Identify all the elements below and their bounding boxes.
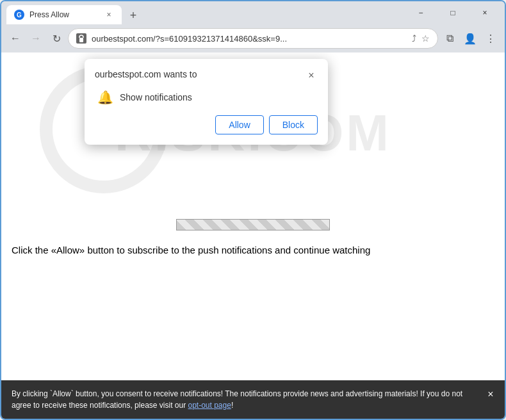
bookmark-icon[interactable]: ☆ [421,33,430,44]
security-icon [76,33,86,44]
url-text: ourbestspot.com/?s=610919321371414860&ss… [92,34,407,44]
back-button[interactable]: ← [6,29,24,47]
title-bar: G Press Allow × + − □ × [1,1,505,24]
close-window-button[interactable]: × [470,3,500,23]
notification-label: Show notifications [120,92,192,102]
address-bar-actions: ⤴ ☆ [412,33,430,44]
main-text: Click the «Allow» button to subscribe to… [1,239,505,261]
navigation-bar: ← → ↻ ourbestspot.com/?s=610919321371414… [1,24,505,52]
active-tab[interactable]: G Press Allow × [6,5,122,24]
bottom-banner: By clicking `Allow` button, you consent … [1,380,505,419]
opt-out-link[interactable]: opt-out page [188,401,231,410]
block-button[interactable]: Block [269,115,318,134]
address-bar[interactable]: ourbestspot.com/?s=610919321371414860&ss… [68,28,438,49]
maximize-button[interactable]: □ [438,3,468,23]
split-view-button[interactable]: ⧉ [441,29,459,47]
bell-icon: 🔔 [97,90,113,105]
banner-text: By clicking `Allow` button, you consent … [12,389,462,410]
tab-close-button[interactable]: × [104,10,114,20]
popup-close-button[interactable]: × [305,69,318,82]
minimize-button[interactable]: − [406,3,436,23]
menu-button[interactable]: ⋮ [482,29,500,47]
tab-bar: G Press Allow × + [6,1,401,24]
notification-popup: ourbestspot.com wants to × 🔔 Show notifi… [85,59,328,145]
content-area: RISK.COM Click the «Allow» button to sub… [1,52,505,380]
tab-favicon: G [14,10,24,20]
svg-rect-0 [79,38,83,42]
popup-header: ourbestspot.com wants to × [95,69,318,82]
progress-bar [176,219,330,230]
allow-button[interactable]: Allow [215,115,263,134]
popup-notification-row: 🔔 Show notifications [95,90,318,105]
window-controls: − □ × [406,3,500,23]
browser-window: G Press Allow × + − □ × ← → ↻ ourbestspo… [0,0,506,420]
profile-button[interactable]: 👤 [461,29,479,47]
forward-button[interactable]: → [27,29,45,47]
new-tab-button[interactable]: + [124,6,142,24]
tab-title: Press Allow [29,10,69,19]
share-icon[interactable]: ⤴ [412,33,416,44]
banner-close-button[interactable]: × [483,387,498,402]
main-instruction: Click the «Allow» button to subscribe to… [12,245,370,255]
reload-button[interactable]: ↻ [47,29,65,47]
popup-title: ourbestspot.com wants to [95,69,197,79]
popup-buttons: Allow Block [95,115,318,134]
